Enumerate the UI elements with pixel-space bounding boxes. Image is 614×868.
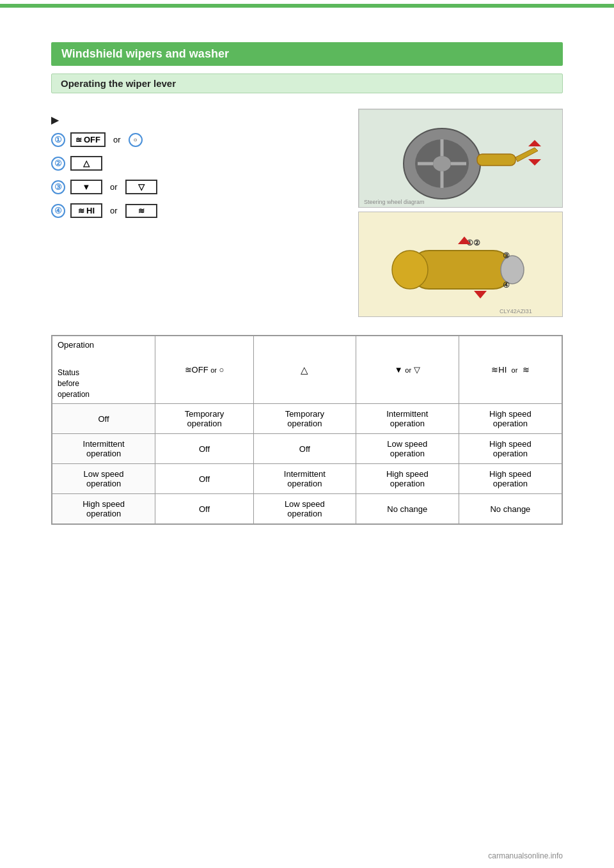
item-symbol-hi-alt: ≋: [125, 204, 157, 218]
status-cell-intermittent: Intermittentoperation: [52, 434, 155, 464]
arrow-bullet: ▶: [51, 114, 343, 126]
col-header-1: ≊OFF or ○: [155, 336, 254, 404]
svg-text:CLY42AZI31: CLY42AZI31: [500, 308, 532, 314]
table-header-operation: Operation Statusbeforeoperation: [52, 336, 155, 404]
or-text-1: or: [113, 135, 121, 144]
item-num-4: ④: [51, 204, 65, 218]
or-text-3: or: [110, 182, 118, 192]
svg-point-16: [392, 251, 428, 289]
wiper-item-3: ③ ▼ or ▽: [51, 180, 343, 194]
cell-low-col2: Intermittentoperation: [253, 464, 356, 494]
status-cell-off: Off: [52, 404, 155, 434]
item-symbol-hi: ≋HI: [70, 203, 102, 218]
wiper-item-2: ② △: [51, 156, 343, 171]
or-text-4: or: [110, 206, 118, 215]
col-header-4: ≋HI or ≋: [459, 336, 562, 404]
content-area: Windshield wipers and washer Operating t…: [0, 4, 614, 563]
lever-section: ▶ ① ≊OFF or ○ ② △ ③ ▼: [51, 109, 563, 317]
lever-detail-image: ①② ③ ④ CLY42AZI31: [358, 212, 563, 317]
subsection-header: Operating the wiper lever: [51, 74, 563, 93]
table-row: High speedoperation Off Low speedoperati…: [52, 494, 562, 524]
cell-off-col2: Temporaryoperation: [253, 404, 356, 434]
table-row: Intermittentoperation Off Off Low speedo…: [52, 434, 562, 464]
cell-off-col1: Temporaryoperation: [155, 404, 254, 434]
item-symbol-low: ▼: [70, 180, 102, 194]
wiper-item-1: ① ≊OFF or ○: [51, 132, 343, 147]
svg-point-3: [433, 156, 451, 171]
operation-label: Operation: [58, 340, 150, 350]
wiper-items-list: ▶ ① ≊OFF or ○ ② △ ③ ▼: [51, 109, 343, 317]
svg-text:④: ④: [503, 281, 510, 290]
col-symbol-4: ≋HI or ≋: [491, 365, 529, 375]
section-title: Windshield wipers and washer: [61, 47, 229, 60]
svg-text:③: ③: [503, 251, 510, 260]
cell-hi-col2: Low speedoperation: [253, 494, 356, 524]
cell-hi-col3: No change: [356, 494, 459, 524]
operation-table-wrapper: Operation Statusbeforeoperation ≊OFF or …: [51, 335, 563, 525]
wiper-item-4: ④ ≋HI or ≋: [51, 203, 343, 218]
svg-rect-8: [477, 154, 516, 166]
col-header-3: ▼ or ▽: [356, 336, 459, 404]
cell-hi-col1: Off: [155, 494, 254, 524]
status-cell-highspeed: High speedoperation: [52, 494, 155, 524]
col-header-2: △: [253, 336, 356, 404]
section-header: Windshield wipers and washer: [51, 42, 563, 66]
item-symbol-off: ≊OFF: [70, 132, 106, 147]
table-row: Off Temporaryoperation Temporaryoperatio…: [52, 404, 562, 434]
col-symbol-2: △: [301, 364, 308, 375]
item-symbol-low-alt: ▽: [125, 180, 157, 194]
table-row: Low speedoperation Off Intermittentopera…: [52, 464, 562, 494]
cell-low-col1: Off: [155, 464, 254, 494]
item-num-1: ①: [51, 133, 65, 147]
item-num-2: ②: [51, 157, 65, 171]
footer-logo: carmanualsonline.info: [488, 851, 563, 860]
cell-off-col3: Intermittentoperation: [356, 404, 459, 434]
cell-int-col4: High speedoperation: [459, 434, 562, 464]
col-symbol-1: ≊OFF or ○: [185, 365, 224, 375]
cell-int-col1: Off: [155, 434, 254, 464]
cell-low-col3: High speedoperation: [356, 464, 459, 494]
page-container: Windshield wipers and washer Operating t…: [0, 4, 614, 868]
top-accent-bar: [0, 4, 614, 8]
cell-low-col4: High speedoperation: [459, 464, 562, 494]
steering-wheel-image: Steering wheel diagram: [358, 109, 563, 208]
col-symbol-3: ▼ or ▽: [395, 365, 420, 375]
status-cell-lowspeed: Low speedoperation: [52, 464, 155, 494]
status-label: Statusbeforeoperation: [58, 368, 150, 399]
cell-int-col2: Off: [253, 434, 356, 464]
cell-int-col3: Low speedoperation: [356, 434, 459, 464]
item-symbol-intermit: △: [70, 156, 102, 171]
logo-text: carmanualsonline.info: [488, 851, 563, 860]
subsection-title: Operating the wiper lever: [61, 78, 176, 89]
diagram-area: Steering wheel diagram ①②: [358, 109, 563, 317]
cell-hi-col4: No change: [459, 494, 562, 524]
item-symbol-circle: ○: [129, 133, 143, 147]
operation-table: Operation Statusbeforeoperation ≊OFF or …: [52, 336, 562, 524]
item-num-3: ③: [51, 180, 65, 194]
cell-off-col4: High speedoperation: [459, 404, 562, 434]
svg-text:Steering wheel diagram: Steering wheel diagram: [364, 199, 425, 205]
